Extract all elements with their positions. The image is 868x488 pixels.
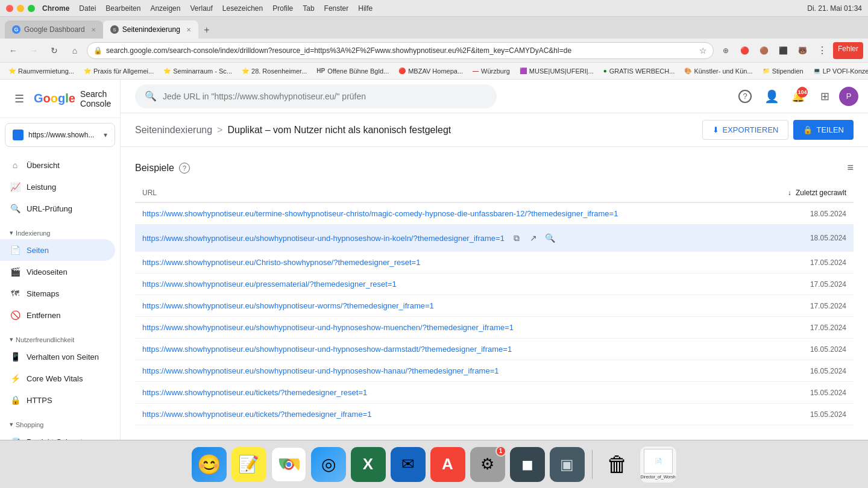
help-button[interactable]: ?	[733, 84, 757, 108]
minimize-button[interactable]	[17, 5, 24, 12]
bookmark-kunstler[interactable]: 🎨 Künstler- und Kün...	[681, 66, 756, 76]
user-avatar[interactable]: P	[839, 87, 858, 106]
new-tab-button[interactable]: +	[198, 22, 215, 39]
shopping-label[interactable]: ▾ Shopping	[0, 416, 120, 431]
bookmark-wurzburg[interactable]: — Würzburg	[469, 66, 514, 76]
reload-button[interactable]: ↻	[46, 42, 63, 59]
search-bar[interactable]: 🔍	[135, 84, 497, 108]
sidebar-item-videoseiten[interactable]: 🎬 Videoseiten	[0, 261, 115, 283]
help-icon[interactable]: ?	[179, 163, 190, 174]
menu-hilfe[interactable]: Hilfe	[358, 4, 373, 13]
inspect-button[interactable]: 🔍	[543, 231, 558, 245]
extension-icon-5[interactable]: 🐻	[794, 42, 811, 59]
export-button[interactable]: ⬇ EXPORTIEREN	[702, 120, 789, 140]
url-cell[interactable]: https://www.showhypnotiseur.eu/showhypno…	[135, 295, 760, 317]
indexierung-label[interactable]: ▾ Indexierung	[0, 224, 120, 239]
forward-button[interactable]: →	[25, 42, 42, 59]
nutzerfreundlichkeit-label[interactable]: ▾ Nutzerfreundlichkeit	[0, 331, 120, 346]
dock-notes[interactable]: 📝	[231, 447, 266, 482]
bookmark-stipendien[interactable]: 📁 Stipendien	[759, 66, 807, 76]
menu-bearbeiten[interactable]: Bearbeiten	[105, 4, 140, 13]
url-cell[interactable]: https://www.showhypnotiseur.eu/showhypno…	[135, 317, 760, 339]
search-input[interactable]	[163, 92, 487, 101]
breadcrumb-parent[interactable]: Seitenindexierung	[135, 125, 212, 136]
bookmark-mbzav[interactable]: 🔴 MBZAV Homepa...	[395, 66, 467, 76]
dock-finder[interactable]: 😊	[192, 447, 227, 482]
bookmark-seminarraum[interactable]: ⭐ Seminarraum - Sc...	[160, 66, 236, 76]
tab-google-dashboard[interactable]: G Google Dashboard ✕	[5, 20, 103, 39]
dock-excel[interactable]: X	[351, 447, 386, 482]
address-bar[interactable]: 🔒 search.google.com/search-console/index…	[87, 42, 714, 59]
bookmark-raumvermietung[interactable]: ⭐ Raumvermietung...	[5, 66, 78, 76]
url-cell[interactable]: https://www.showhypnotiseur.eu/showhypno…	[135, 360, 760, 382]
bookmark-rosenheimer[interactable]: ⭐ 28. Rosenheimer...	[238, 66, 310, 76]
dock-acrobat[interactable]: A	[430, 447, 465, 482]
extension-icon-1[interactable]: ⊕	[717, 42, 734, 59]
menu-tab[interactable]: Tab	[303, 4, 314, 13]
open-external-button[interactable]: ↗	[526, 231, 541, 245]
notifications-button[interactable]: 🔔 104	[786, 84, 810, 108]
url-cell[interactable]: https://www.showhypnotiseur.eu/showhypno…	[135, 225, 760, 252]
back-button[interactable]: ←	[5, 42, 22, 59]
extension-icon-2[interactable]: 🔴	[737, 42, 753, 59]
star-icon[interactable]: ☆	[699, 46, 707, 55]
close-button[interactable]	[6, 5, 13, 12]
hamburger-menu[interactable]: ☰	[10, 87, 29, 110]
bookmark-vofi[interactable]: 💻 LP VOFI-Konzept	[810, 66, 868, 76]
table-row[interactable]: https://www.showhypnotiseur.eu/tickets/?…	[135, 382, 854, 404]
menu-datei[interactable]: Datei	[79, 4, 96, 13]
sidebar-item-core-web[interactable]: ⚡ Core Web Vitals	[0, 368, 115, 389]
menu-verlauf[interactable]: Verlauf	[190, 4, 212, 13]
sidebar-item-https[interactable]: 🔒 HTTPS	[0, 389, 115, 411]
dock-app10[interactable]: ▣	[550, 447, 585, 482]
table-row[interactable]: https://www.showhypnotiseur.eu/pressemat…	[135, 274, 854, 295]
share-button[interactable]: 🔒 TEILEN	[793, 120, 854, 140]
account-circle-button[interactable]: 👤	[760, 84, 784, 108]
bookmark-buhne[interactable]: HP Offene Bühne Bgld...	[313, 66, 392, 76]
sidebar-item-leistung[interactable]: 📈 Leistung	[0, 176, 115, 198]
filter-icon[interactable]: ≡	[847, 161, 854, 174]
sidebar-item-sitemaps[interactable]: 🗺 Sitemaps	[0, 283, 115, 304]
dock-app9[interactable]: ◼	[510, 447, 545, 482]
sidebar-item-ubersicht[interactable]: ⌂ Übersicht	[0, 154, 115, 176]
sidebar-item-entfernen[interactable]: 🚫 Entfernen	[0, 304, 115, 326]
menu-lesezeichen[interactable]: Lesezeichen	[222, 4, 263, 13]
table-row[interactable]: https://www.showhypnotiseur.eu/termine-s…	[135, 202, 854, 225]
table-row[interactable]: https://www.showhypnotiseur.eu/showhypno…	[135, 295, 854, 317]
bookmark-muse[interactable]: 🟪 MUSE|UMS|UFERI|...	[516, 66, 597, 76]
copy-button[interactable]: ⧉	[509, 231, 524, 245]
url-cell[interactable]: https://www.showhypnotiseur.eu/Christo-s…	[135, 252, 760, 274]
mac-window-controls[interactable]	[6, 5, 35, 12]
sidebar-item-produkt[interactable]: 💎 Produkt-Snippets	[0, 431, 115, 440]
tab-close-google[interactable]: ✕	[91, 27, 96, 33]
extension-icon-3[interactable]: 🟤	[756, 42, 773, 59]
tab-close-seitenindexierung[interactable]: ✕	[186, 27, 191, 33]
bookmark-gratis[interactable]: ● GRATIS WERBECH...	[600, 66, 679, 76]
extension-icon-4[interactable]: ⬛	[775, 42, 792, 59]
url-cell[interactable]: https://www.showhypnotiseur.eu/showhypno…	[135, 339, 760, 360]
bookmark-praxis[interactable]: ⭐ Praxis für Allgemei...	[80, 66, 157, 76]
table-row[interactable]: https://www.showhypnotiseur.eu/showhypno…	[135, 317, 854, 339]
table-row[interactable]: https://www.showhypnotiseur.eu/tickets/?…	[135, 404, 854, 425]
table-row[interactable]: https://www.showhypnotiseur.eu/showhypno…	[135, 360, 854, 382]
url-cell[interactable]: https://www.showhypnotiseur.eu/termine-s…	[135, 202, 760, 225]
dock-trash[interactable]: 🗑	[600, 447, 635, 482]
sidebar-item-seiten[interactable]: 📄 Seiten	[0, 239, 115, 261]
col-crawled[interactable]: ↓ Zuletzt gecrawlt	[760, 184, 854, 202]
dock-pdf[interactable]: 📄 Director_of_Worship_and_....d955.pdf	[640, 446, 677, 483]
tab-seitenindexierung[interactable]: S Seitenindexierung ✕	[103, 20, 198, 39]
url-link[interactable]: https://www.showhypnotiseur.eu/showhypno…	[142, 234, 505, 243]
menu-anzeigen[interactable]: Anzeigen	[150, 4, 180, 13]
table-row[interactable]: https://www.showhypnotiseur.eu/showhypno…	[135, 339, 854, 360]
url-cell[interactable]: https://www.showhypnotiseur.eu/tickets/?…	[135, 382, 760, 404]
url-cell[interactable]: https://www.showhypnotiseur.eu/tickets/?…	[135, 404, 760, 425]
error-badge[interactable]: Fehler	[833, 42, 863, 59]
sidebar-item-url-prufung[interactable]: 🔍 URL-Prüfung	[0, 198, 115, 219]
maximize-button[interactable]	[28, 5, 35, 12]
url-cell[interactable]: https://www.showhypnotiseur.eu/pressemat…	[135, 274, 760, 295]
sidebar-item-verhalten[interactable]: 📱 Verhalten von Seiten	[0, 346, 115, 368]
table-row[interactable]: https://www.showhypnotiseur.eu/Christo-s…	[135, 252, 854, 274]
dock-mimestream[interactable]: ✉	[391, 447, 426, 482]
dock-chrome[interactable]	[271, 447, 306, 482]
table-row[interactable]: https://www.showhypnotiseur.eu/showhypno…	[135, 225, 854, 252]
